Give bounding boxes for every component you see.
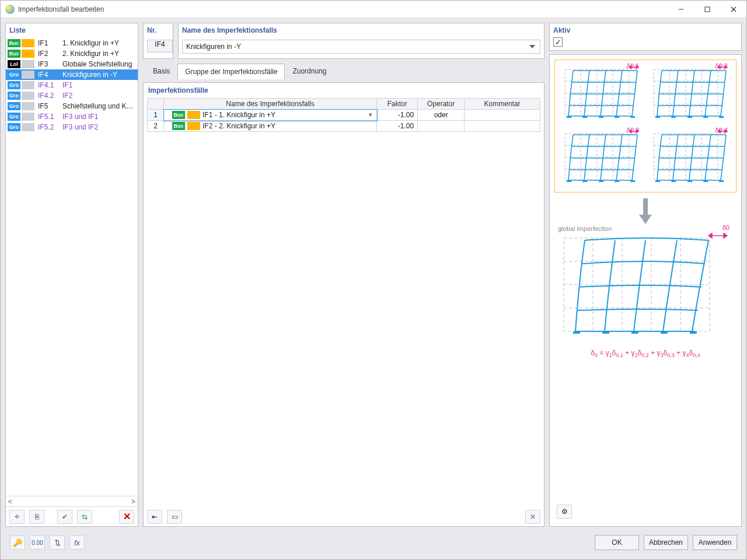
- app-icon: [5, 5, 15, 14]
- close-button[interactable]: [720, 1, 746, 18]
- svg-rect-32: [719, 116, 724, 118]
- global-delta: δ0: [722, 224, 729, 231]
- diagram-grid: δ0,1 δ0,2 δ0,3: [554, 60, 736, 192]
- svg-rect-31: [703, 116, 708, 118]
- formula: δ0 = γ1δ0,1 + γ2δ0,2 + γ3δ0,3 + γ4δ0,4: [554, 349, 736, 358]
- list-item[interactable]: BucIF22. Knickfigur in +Y: [6, 48, 138, 59]
- grid-table[interactable]: Name des ImperfektionsfallsFaktorOperato…: [147, 98, 540, 132]
- footer: 🔑 0.00 ⇅ fx OK Abbrechen Anwenden: [5, 530, 742, 555]
- svg-rect-62: [687, 180, 692, 182]
- diagram-settings-icon[interactable]: ⚙: [557, 505, 572, 519]
- svg-rect-47: [615, 180, 619, 182]
- svg-marker-69: [639, 215, 652, 224]
- left-toolbar: ✧ ⎘ ✔ ⇆ ✕: [6, 506, 138, 526]
- left-heading: Liste: [6, 23, 138, 38]
- clear-grid-icon[interactable]: ✕: [525, 510, 540, 524]
- left-list-panel: Liste BucIF11. Knickfigur in +YBucIF22. …: [5, 23, 138, 527]
- grid-title: Imperfektionsfälle: [144, 83, 544, 98]
- active-label: Aktiv: [550, 23, 741, 37]
- svg-rect-14: [599, 116, 603, 118]
- fx-icon[interactable]: fx: [69, 536, 85, 550]
- nr-input[interactable]: IF4: [147, 40, 173, 52]
- minimize-button[interactable]: [668, 1, 694, 18]
- name-select[interactable]: Knickfiguren in -Y: [182, 40, 540, 54]
- move-left-icon[interactable]: ⇤: [147, 510, 162, 524]
- tab[interactable]: Zuordnung: [285, 63, 334, 79]
- right-panel: Aktiv δ0,1 δ0,2 δ0,3: [549, 23, 742, 527]
- svg-rect-15: [615, 116, 619, 118]
- mini-diagram: δ0,3: [560, 129, 643, 187]
- mini-diagram: δ0,1: [560, 65, 643, 123]
- active-checkbox[interactable]: [553, 37, 563, 47]
- svg-rect-30: [687, 116, 692, 118]
- nr-label: Nr.: [144, 23, 173, 37]
- list-item[interactable]: GroIF4.2IF2: [6, 90, 138, 101]
- list-item[interactable]: GroIF5.1IF3 und IF1: [6, 111, 138, 122]
- name-label: Name des Imperfektionsfalls: [179, 23, 544, 37]
- svg-rect-1: [705, 7, 710, 12]
- new-icon[interactable]: ✧: [9, 510, 25, 524]
- delete-icon[interactable]: ✕: [119, 510, 134, 524]
- list-item[interactable]: GroIF5Schiefstellung und Knickfig: [6, 101, 138, 111]
- left-hscrollbar[interactable]: <>: [6, 496, 138, 506]
- svg-rect-45: [582, 180, 587, 182]
- maximize-button[interactable]: [694, 1, 720, 18]
- svg-rect-28: [655, 116, 660, 118]
- check-split-icon[interactable]: ⇆: [77, 510, 92, 524]
- copy-icon[interactable]: ⎘: [29, 510, 44, 524]
- svg-rect-83: [690, 331, 697, 334]
- active-panel: Aktiv: [549, 23, 742, 51]
- svg-rect-79: [573, 331, 580, 334]
- svg-rect-81: [631, 331, 638, 334]
- svg-rect-48: [630, 180, 635, 182]
- svg-rect-61: [671, 180, 676, 182]
- titlebar: Imperfektionsfall bearbeiten: [1, 1, 746, 18]
- svg-rect-44: [567, 180, 571, 182]
- svg-marker-86: [724, 233, 727, 238]
- svg-rect-29: [671, 116, 676, 118]
- svg-marker-85: [708, 233, 712, 238]
- global-diagram: global imperfection δ0: [554, 230, 736, 341]
- nr-panel: Nr. IF4: [143, 23, 173, 59]
- svg-rect-64: [719, 180, 724, 182]
- help-icon[interactable]: 🔑: [10, 536, 25, 550]
- list-item[interactable]: GroIF4.1IF1: [6, 80, 138, 90]
- tabs: BasisGruppe der ImperfektionsfälleZuordn…: [143, 62, 544, 79]
- table-row[interactable]: 2Buc IF2 - 2. Knickfigur in +Y-1.00: [148, 121, 540, 132]
- svg-rect-60: [655, 180, 660, 182]
- svg-rect-12: [567, 116, 571, 118]
- svg-rect-63: [703, 180, 708, 182]
- center-panel: Nr. IF4 Name des Imperfektionsfalls Knic…: [143, 23, 544, 527]
- svg-rect-82: [661, 331, 668, 334]
- window-title: Imperfektionsfall bearbeiten: [18, 5, 668, 13]
- units-icon[interactable]: 0.00: [30, 536, 45, 550]
- table-row[interactable]: 1Buc IF1 - 1. Knickfigur in +Y▼-1.00oder: [148, 110, 540, 121]
- svg-rect-80: [602, 331, 609, 334]
- tab-content: Imperfektionsfälle Name des Imperfektion…: [143, 82, 544, 527]
- add-new-icon[interactable]: ▭: [167, 510, 182, 524]
- apply-button[interactable]: Anwenden: [693, 535, 737, 550]
- svg-rect-16: [630, 116, 635, 118]
- mini-diagram: δ0,2: [648, 65, 731, 123]
- list-item[interactable]: GroIF4Knickfiguren in -Y: [6, 69, 138, 80]
- name-panel: Name des Imperfektionsfalls Knickfiguren…: [178, 23, 544, 59]
- list-item[interactable]: LolIF3Globale Schiefstellung: [6, 59, 138, 69]
- list-item[interactable]: GroIF5.2IF3 und IF2: [6, 122, 138, 132]
- arrow-down-icon: [637, 198, 654, 224]
- tab[interactable]: Gruppe der Imperfektionsfälle: [177, 64, 285, 79]
- left-items[interactable]: BucIF11. Knickfigur in +YBucIF22. Knickf…: [6, 38, 138, 496]
- center-toolbar: ⇤ ▭ ✕: [144, 506, 544, 526]
- cancel-button[interactable]: Abbrechen: [644, 535, 688, 550]
- svg-rect-46: [599, 180, 603, 182]
- list-item[interactable]: BucIF11. Knickfigur in +Y: [6, 38, 138, 48]
- tree-icon[interactable]: ⇅: [50, 536, 65, 550]
- name-select-value: Knickfiguren in -Y: [186, 43, 241, 51]
- dialog-window: Imperfektionsfall bearbeiten Liste BucIF…: [0, 0, 747, 560]
- ok-button[interactable]: OK: [595, 535, 639, 550]
- tab[interactable]: Basis: [145, 63, 177, 79]
- mini-diagram: δ0,4: [648, 129, 731, 187]
- svg-rect-13: [582, 116, 587, 118]
- check-green-icon[interactable]: ✔: [57, 510, 72, 524]
- diagram-panel: δ0,1 δ0,2 δ0,3: [549, 54, 742, 527]
- global-label: global imperfection: [558, 225, 612, 232]
